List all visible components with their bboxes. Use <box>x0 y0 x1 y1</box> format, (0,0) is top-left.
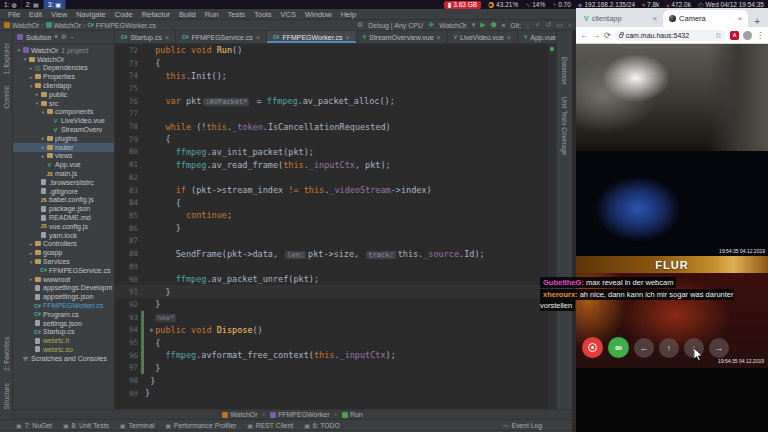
breadcrumb-item[interactable]: FFMPEGWorker <box>270 411 330 418</box>
run-config-selector[interactable]: WatchOr <box>439 22 466 29</box>
menu-build[interactable]: Build <box>179 10 196 19</box>
tab-close-icon[interactable]: × <box>507 34 511 41</box>
collapse-all-icon[interactable]: − <box>70 34 74 41</box>
tool-button-2-favorites[interactable]: 2: Favorites <box>3 337 10 371</box>
tree-item[interactable]: ⚒Scratches and Consoles <box>13 354 114 363</box>
tree-item[interactable]: ▾WatchOr <box>13 55 114 64</box>
record-button[interactable] <box>582 337 603 358</box>
wrench-icon[interactable]: ⚙ <box>357 21 363 29</box>
breadcrumb-item[interactable]: Run <box>342 411 363 418</box>
editor-tab[interactable]: C#FFMPEGWorker.cs× <box>267 31 357 43</box>
tab-close-icon[interactable]: × <box>256 34 260 41</box>
tree-item[interactable]: ▾clientapp <box>13 81 114 90</box>
tab-close-icon[interactable]: × <box>737 14 742 23</box>
tree-item[interactable]: ▾Services <box>13 257 114 266</box>
menu-edit[interactable]: Edit <box>29 10 42 19</box>
browser-tab[interactable]: Vclientapp× <box>578 10 663 27</box>
address-bar[interactable]: cam.mau.haus:5432 ☆ <box>615 30 726 41</box>
debug-button[interactable]: ⬟ <box>491 21 497 29</box>
tree-item[interactable]: C#Program.cs <box>13 310 114 319</box>
tree-item[interactable]: ▸public <box>13 90 114 99</box>
forward-button[interactable]: → <box>592 31 600 40</box>
arrow-left-button[interactable]: ← <box>634 338 654 358</box>
menu-vcs[interactable]: VCS <box>281 10 296 19</box>
solution-view-header[interactable]: Solution ▾ ⊕ − <box>13 31 115 43</box>
tab-close-icon[interactable]: × <box>346 34 350 41</box>
search-everywhere-icon[interactable]: ⌕ <box>568 21 572 29</box>
restore-window-icon[interactable]: ▭ <box>556 21 563 29</box>
tree-item[interactable]: webrtc.so <box>13 345 114 354</box>
menu-window[interactable]: Window <box>305 10 332 19</box>
tool-button-unit-tests-coverage[interactable]: Unit Tests Coverage <box>561 97 568 155</box>
tree-item[interactable]: C#FFMPEGWorker.cs <box>13 301 114 310</box>
tree-item[interactable]: VStreamOverv <box>13 125 114 134</box>
arrow-up-button[interactable]: ↑ <box>659 338 679 358</box>
editor-tab[interactable]: C#FFMPEGService.cs× <box>176 31 267 43</box>
git-rollback-button[interactable]: ↺ <box>546 21 552 29</box>
tool-button-database[interactable]: Database <box>561 57 568 85</box>
tool-button-structure[interactable]: Structure <box>3 383 10 409</box>
tree-item[interactable]: settings.json <box>13 319 114 328</box>
tree-item[interactable]: C#Startup.cs <box>13 328 114 337</box>
arrow-right-button[interactable]: → <box>709 338 729 358</box>
tree-item[interactable]: appsettings.json <box>13 292 114 301</box>
tree-item[interactable]: JSvue.config.js <box>13 222 114 231</box>
stop-button[interactable]: ■ <box>502 22 506 28</box>
tree-item[interactable]: ▸plugins <box>13 134 114 143</box>
tool-button-commit[interactable]: Commit <box>3 86 10 108</box>
git-commit-button[interactable]: ✓ <box>535 21 541 29</box>
editor-tab[interactable]: VLiveVideo.vue× <box>448 31 518 43</box>
browser-menu-icon[interactable]: ⋮ <box>756 31 764 40</box>
workspace-button[interactable]: 3:▣ <box>44 0 66 9</box>
back-button[interactable]: ← <box>580 31 588 40</box>
reload-button[interactable]: ⟳ <box>604 31 611 40</box>
tree-item[interactable]: webrtc.h <box>13 336 114 345</box>
tool-window-button-terminal[interactable]: ▣Terminal <box>120 422 154 429</box>
tree-item[interactable]: ▸wwwroot <box>13 275 114 284</box>
run-button[interactable]: ▶ <box>480 21 485 29</box>
tool-button-1-explorer[interactable]: 1: Explorer <box>3 43 10 74</box>
tree-item[interactable]: ▸Properties <box>13 72 114 81</box>
new-tab-button[interactable]: + <box>748 16 766 27</box>
tree-item[interactable]: package.json <box>13 204 114 213</box>
tree-item[interactable]: ▸router <box>13 143 114 152</box>
tree-item[interactable]: JSmain.js <box>13 169 114 178</box>
menu-code[interactable]: Code <box>115 10 133 19</box>
tool-window-button-6-todo[interactable]: ▣6: TODO <box>304 422 340 429</box>
menu-tests[interactable]: Tests <box>228 10 246 19</box>
chevron-down-icon[interactable]: ▾ <box>472 21 476 29</box>
nav-crumb-file[interactable]: C#FFMPEGWorker.cs <box>87 22 156 29</box>
tree-item[interactable]: yarn.lock <box>13 231 114 240</box>
tree-item[interactable]: ▸Controllers <box>13 240 114 249</box>
chevron-down-icon[interactable]: ▾ <box>54 33 58 41</box>
tree-item[interactable]: ▸goapp <box>13 248 114 257</box>
menu-navigate[interactable]: Navigate <box>76 10 106 19</box>
tree-item[interactable]: appsettings.Developm <box>13 284 114 293</box>
workspace-button[interactable]: 2:▤ <box>22 0 44 9</box>
tab-close-icon[interactable]: × <box>652 14 657 23</box>
tree-item[interactable]: ▾components <box>13 108 114 117</box>
tab-close-icon[interactable]: × <box>165 34 169 41</box>
browser-tab[interactable]: Camera× <box>663 10 748 27</box>
tool-window-button-rest-client[interactable]: ▣REST Client <box>247 422 293 429</box>
menu-tools[interactable]: Tools <box>254 10 272 19</box>
tree-item[interactable]: ▸◫Dependencies <box>13 64 114 73</box>
build-config-selector[interactable]: Debug | Any CPU <box>368 22 423 29</box>
tree-item[interactable]: ▾WatchOr1 project <box>13 46 114 55</box>
nav-crumb-project[interactable]: WatchOr <box>4 22 39 29</box>
tree-item[interactable]: .browserslistrc <box>13 178 114 187</box>
event-log-button[interactable]: ▭Event Log <box>503 422 542 429</box>
menu-view[interactable]: View <box>51 10 67 19</box>
menu-refactor[interactable]: Refactor <box>142 10 170 19</box>
breadcrumb-item[interactable]: WatchOr <box>222 411 257 418</box>
workspace-button[interactable]: 1:◍ <box>0 0 22 9</box>
gutter-icon[interactable]: ⊕ <box>149 326 153 333</box>
menu-file[interactable]: File <box>8 10 20 19</box>
tree-item[interactable]: README.md <box>13 213 114 222</box>
tree-item[interactable]: ▸views <box>13 152 114 161</box>
tree-item[interactable]: VApp.vue <box>13 160 114 169</box>
editor-tab[interactable]: VStreamOverview.vue× <box>357 31 448 43</box>
loop-button[interactable]: ∞ <box>608 337 629 358</box>
tree-item[interactable]: VLiveVideo.vue <box>13 116 114 125</box>
nav-crumb-module[interactable]: WatchOr <box>46 22 81 29</box>
